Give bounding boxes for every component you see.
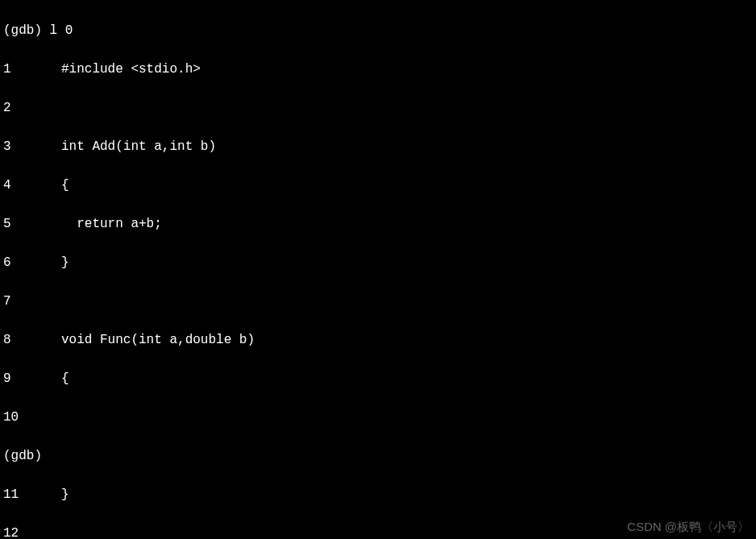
line-number: 1 — [3, 60, 61, 79]
source-line: 6} — [3, 253, 753, 272]
source-line: 9{ — [3, 369, 753, 388]
source-code: { — [61, 176, 69, 195]
source-code: } — [61, 253, 69, 272]
command-list: l 0 — [50, 21, 73, 40]
line-number: 11 — [3, 485, 61, 504]
line-number: 5 — [3, 214, 61, 234]
source-code: #include <stdio.h> — [61, 60, 201, 79]
source-line: 11} — [3, 485, 753, 504]
source-code: int Add(int a,int b) — [61, 137, 216, 156]
line-number: 6 — [3, 253, 61, 272]
source-line: 1#include <stdio.h> — [3, 60, 753, 79]
line-number: 9 — [3, 369, 61, 388]
source-code: return a+b; — [61, 214, 162, 234]
gdb-prompt: (gdb) — [3, 21, 50, 40]
source-line: 3int Add(int a,int b) — [3, 137, 753, 156]
line-number: 12 — [3, 524, 61, 539]
line-number: 10 — [3, 408, 61, 427]
line-number: 4 — [3, 176, 61, 195]
line-number: 7 — [3, 292, 61, 311]
source-line: 4{ — [3, 176, 753, 195]
source-code: } — [61, 485, 69, 504]
line-number: 2 — [3, 98, 61, 118]
source-code: { — [61, 369, 69, 388]
source-line: 10 — [3, 408, 753, 427]
source-line: 8void Func(int a,double b) — [3, 330, 753, 350]
line-number: 3 — [3, 137, 61, 156]
source-line: 7 — [3, 292, 753, 311]
watermark-text: CSDN @板鸭〈小号〉 — [627, 518, 750, 537]
gdb-command-line: (gdb) l 0 — [3, 21, 753, 40]
source-line: 5 return a+b; — [3, 214, 753, 234]
gdb-prompt-line: (gdb) — [3, 446, 753, 466]
gdb-prompt-bare: (gdb) — [3, 446, 42, 466]
line-number: 8 — [3, 330, 61, 350]
terminal-output: (gdb) l 0 1#include <stdio.h> 2 3int Add… — [3, 2, 753, 539]
source-line: 2 — [3, 98, 753, 118]
source-code: void Func(int a,double b) — [61, 330, 255, 350]
